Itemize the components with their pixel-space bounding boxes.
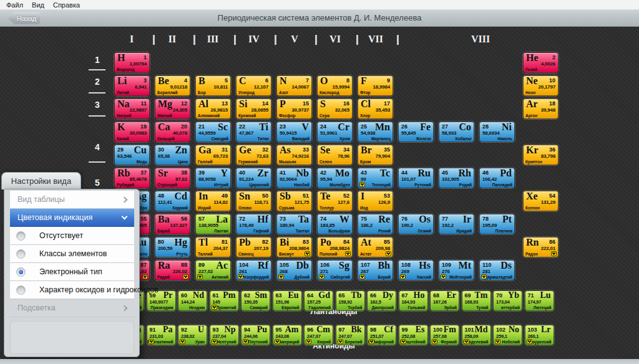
- panel-item-2[interactable]: Цветовая индикация: [10, 209, 134, 227]
- element-cell-Fe[interactable]: Fe2655,845Железо: [398, 122, 434, 142]
- element-cell-Na[interactable]: Na1122,9897Натрий: [114, 98, 150, 119]
- radio-option-6[interactable]: Характер оксидов и гидроксидов: [10, 281, 134, 299]
- element-cell-Pb[interactable]: Pb82207,19Свинец: [236, 237, 271, 257]
- element-cell-H[interactable]: H11,00794Водород: [114, 52, 150, 73]
- radio-icon[interactable]: [16, 285, 26, 295]
- element-cell-Hg[interactable]: Hg80200,59Ртуть: [155, 237, 190, 257]
- element-cell-Br[interactable]: Br3579,904Бром: [358, 145, 393, 165]
- element-cell-Sc[interactable]: Sc2144,9559Скандий: [195, 122, 231, 142]
- element-cell-Mt[interactable]: Mt109276Мейтнерий: [439, 260, 474, 280]
- element-cell-Er[interactable]: Er68167,26Эрбий: [430, 290, 459, 311]
- element-cell-Re[interactable]: Re75186,2Рений: [358, 214, 393, 234]
- element-cell-Ni[interactable]: Ni2858,6934Никель: [479, 122, 515, 142]
- element-cell-Ra[interactable]: Ra88226,02Радий: [155, 260, 190, 280]
- element-cell-Al[interactable]: Al1326,9815Алюминий: [195, 98, 231, 119]
- radio-selected-icon[interactable]: [16, 267, 26, 277]
- element-cell-Cr[interactable]: Cr2451,9961Хром: [317, 122, 353, 142]
- element-cell-Ge[interactable]: Ge3272,63Германий: [236, 145, 271, 165]
- element-cell-Pd[interactable]: Pd46106,42Палладий: [479, 168, 515, 188]
- element-cell-Se[interactable]: Se3478,96Селен: [317, 145, 353, 165]
- element-cell-Mg[interactable]: Mg1224,305Магний: [155, 98, 190, 119]
- settings-panel-tab[interactable]: Настройки вида: [1, 172, 81, 189]
- element-cell-Db[interactable]: Db105268Дубний: [276, 260, 312, 280]
- element-cell-Mn[interactable]: Mn2554,938Марганец: [358, 122, 393, 142]
- element-cell-Rh[interactable]: Rh45102,905Родий: [439, 168, 474, 188]
- element-cell-Li[interactable]: Li36,941Литий: [114, 75, 150, 96]
- element-cell-Eu[interactable]: Eu63151,96Европий: [273, 290, 302, 311]
- element-cell-La[interactable]: La57138,9055Лантан: [195, 214, 231, 234]
- element-cell-Ho[interactable]: Ho67164,93Гольмий: [399, 290, 428, 311]
- element-cell-Sm[interactable]: Sm62150,35Самарий: [241, 290, 270, 311]
- element-cell-Pa[interactable]: Pa91231,03Протактиний: [147, 325, 176, 345]
- element-cell-Am[interactable]: Am95243,06Америций: [273, 325, 302, 345]
- element-cell-Po[interactable]: Po84208,9824Полоний: [317, 237, 353, 257]
- element-cell-Tm[interactable]: Tm69168,93Тулий: [462, 290, 491, 311]
- element-cell-Ar[interactable]: Ar1839,948Аргон: [523, 98, 559, 119]
- element-cell-Cf[interactable]: Cf98251,07Калифорний: [367, 325, 396, 345]
- element-cell-Hf[interactable]: Hf72178,49Гафний: [236, 214, 271, 234]
- element-cell-Zn[interactable]: Zn3065,38Цинк: [155, 145, 190, 165]
- element-cell-No[interactable]: No102259,1Нобелий: [493, 325, 522, 345]
- element-cell-U[interactable]: U92238,02Уран: [178, 325, 207, 345]
- element-cell-Bh[interactable]: Bh107267Борий: [358, 260, 393, 280]
- element-cell-Ca[interactable]: Ca2040,078Кальций: [155, 122, 190, 142]
- element-cell-Cl[interactable]: Cl1735,453Хлор: [358, 98, 393, 119]
- element-cell-Pu[interactable]: Pu94244,06Плутоний: [241, 325, 270, 345]
- menu-item-3[interactable]: Справка: [53, 1, 80, 9]
- element-cell-Tb[interactable]: Tb65158,92Тербий: [336, 290, 365, 311]
- element-cell-C[interactable]: C612,107Углерод: [236, 75, 271, 96]
- element-cell-Os[interactable]: Os76190,2Осмий: [398, 214, 434, 234]
- element-cell-Np[interactable]: Np93237,04Нептуний: [210, 325, 239, 345]
- element-cell-O[interactable]: O815,9994Кислород: [317, 75, 353, 96]
- panel-item-1[interactable]: Вид таблицы: [10, 191, 134, 209]
- element-cell-Y[interactable]: Y3988,9058Иттрий: [195, 168, 231, 188]
- element-cell-Hs[interactable]: Hs108269Хассий: [398, 260, 434, 280]
- element-cell-K[interactable]: K1939,0983Калий: [114, 122, 150, 142]
- element-cell-Co[interactable]: Co2758,933Кобальт: [439, 122, 474, 142]
- element-cell-Dy[interactable]: Dy66162,5Диспрозий: [367, 290, 396, 311]
- element-cell-Sg[interactable]: Sg106271Сиборгий: [317, 260, 353, 280]
- radio-icon[interactable]: [16, 249, 26, 259]
- element-cell-Ne[interactable]: Ne1020,1797Неон: [523, 75, 559, 96]
- element-cell-As[interactable]: As3374,9216Мышьяк: [276, 145, 312, 165]
- element-cell-Mo[interactable]: Mo4295,94Молибден: [317, 168, 353, 188]
- element-cell-Cd[interactable]: Cd48112,41Кадмий: [155, 191, 190, 211]
- menu-item-1[interactable]: Файл: [6, 1, 23, 9]
- element-cell-Cu[interactable]: Cu2963,546Медь: [114, 145, 150, 165]
- element-cell-Nb[interactable]: Nb4192,9064Ниобий: [276, 168, 312, 188]
- menu-item-2[interactable]: Вид: [32, 1, 44, 9]
- element-cell-Xe[interactable]: Xe54131,29Ксенон: [523, 191, 559, 211]
- element-cell-Fm[interactable]: Fm100257,08Фермий: [430, 325, 459, 345]
- element-cell-F[interactable]: F918,9984Фтор: [358, 75, 393, 96]
- element-cell-Zr[interactable]: Zr4091,224Цирконий: [236, 168, 271, 188]
- element-cell-In[interactable]: In49114,82Индий: [195, 191, 231, 211]
- element-cell-Cm[interactable]: Cm96247,07Кюрий: [304, 325, 333, 345]
- element-cell-Tl[interactable]: Tl81204,37Таллий: [195, 237, 231, 257]
- element-cell-Md[interactable]: Md101258,09Менделевий: [462, 325, 491, 345]
- element-cell-Ga[interactable]: Ga3169,723Галлий: [195, 145, 231, 165]
- element-cell-Ds[interactable]: Ds110281Дармштадтий: [479, 260, 515, 280]
- element-cell-Bk[interactable]: Bk97247,07Берклий: [336, 325, 365, 345]
- element-cell-Gd[interactable]: Gd64157,25Гадолиний: [304, 290, 333, 311]
- element-cell-Bi[interactable]: Bi83208,9804Висмут: [276, 237, 312, 257]
- radio-option-5[interactable]: Электронный тип: [10, 263, 134, 281]
- element-cell-Es[interactable]: Es99252,08Эйнштейний: [399, 325, 428, 345]
- element-cell-Si[interactable]: Si1428,0855Кремний: [236, 98, 271, 119]
- element-cell-Rf[interactable]: Rf104261Резерфордий: [236, 260, 271, 280]
- element-cell-N[interactable]: N714,0067Азот: [276, 75, 312, 96]
- element-cell-P[interactable]: P1530,9737Фосфор: [276, 98, 312, 119]
- element-cell-B[interactable]: B510,811Бор: [195, 75, 231, 96]
- element-cell-V[interactable]: V2350,9415Ванадий: [276, 122, 312, 142]
- element-cell-Rb[interactable]: Rb3785,4678Рубидий: [114, 168, 150, 188]
- element-cell-Ru[interactable]: Ru44101,07Рутений: [398, 168, 434, 188]
- element-cell-Sn[interactable]: Sn50118,71Олово: [236, 191, 271, 211]
- element-cell-At[interactable]: At85209,98Астат: [358, 237, 393, 257]
- element-cell-Te[interactable]: Te52127,6Теллур: [317, 191, 353, 211]
- element-cell-Pt[interactable]: Pt78195,09Платина: [479, 214, 515, 234]
- element-cell-Ti[interactable]: Ti2247,867Титан: [236, 122, 271, 142]
- element-cell-Ba[interactable]: Ba56137,327Барий: [155, 214, 190, 234]
- radio-option-3[interactable]: Отсутствует: [10, 227, 134, 245]
- element-cell-He[interactable]: He24,0026Гелий: [523, 52, 559, 73]
- element-cell-Lu[interactable]: Lu71174,97Лютеций: [525, 290, 554, 311]
- element-cell-I[interactable]: I53126,9Иод: [358, 191, 393, 211]
